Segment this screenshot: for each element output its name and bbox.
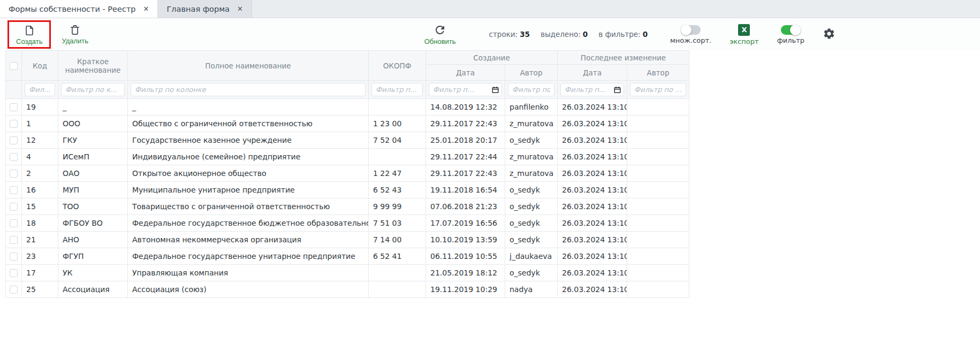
tab-main-form[interactable]: Главная форма ✕ [158,0,252,18]
cell-full-name: Ассоциация (союз) [128,281,369,298]
filter-input-modified-author[interactable] [630,83,686,96]
row-checkbox[interactable] [10,203,18,211]
cell-code: 19 [22,99,58,116]
cell-created-date: 29.11.2017 22:43 [426,165,505,182]
row-checkbox[interactable] [10,286,18,294]
column-header-created-date[interactable]: Дата [426,65,505,81]
cell-modified-author [627,182,689,198]
column-header-okopf[interactable]: ОКОПФ [369,51,426,81]
row-checkbox[interactable] [10,269,18,277]
close-icon[interactable]: ✕ [143,5,149,12]
filter-input-okopf[interactable] [371,83,423,96]
cell-short-name: ФГУП [58,248,128,265]
cell-created-author: o_sedyk [505,265,558,281]
filter-input-full-name[interactable] [131,83,366,96]
table-row[interactable]: 4ИСемПИндивидуальное (семейное) предприя… [6,149,689,165]
table-row[interactable]: 23ФГУПФедеральное государственное унитар… [6,248,689,265]
settings-button[interactable] [823,27,835,42]
cell-modified-author [627,281,689,298]
row-select-cell [6,248,22,265]
cell-okopf [369,99,426,116]
cell-full-name: Федеральное государственное бюджетное об… [128,215,369,232]
cell-modified-author [627,232,689,248]
tab-forms-registry[interactable]: Формы собственности - Реестр ✕ [0,0,158,18]
cell-short-name: ИСемП [58,149,128,165]
table-row[interactable]: 15ТООТоварищество с ограниченной ответст… [6,198,689,215]
create-button[interactable]: Создать [13,24,45,46]
highlight-box: Создать [7,20,51,49]
column-header-short-name[interactable]: Краткое наименование [58,51,128,81]
cell-full-name: Федеральное государственное унитарное пр… [128,248,369,265]
calendar-icon[interactable] [491,86,499,94]
filter-toggle[interactable]: фильтр [777,25,804,44]
refresh-button[interactable]: Обновить [421,22,459,46]
cell-modified-date: 26.03.2024 13:10 [558,265,627,281]
cell-full-name: _ [128,99,369,116]
group-header-last-change: Последнее изменение [558,51,689,65]
cell-okopf [369,281,426,298]
column-header-modified-date[interactable]: Дата [558,65,627,81]
column-header-modified-author[interactable]: Автор [627,65,689,81]
filter-toggle-label: фильтр [777,37,804,44]
table-row[interactable]: 1ООООбщество с ограниченной ответственно… [6,116,689,132]
cell-modified-author [627,265,689,281]
rows-count: строки:35 [489,30,530,39]
column-header-code[interactable]: Код [22,51,58,81]
row-checkbox[interactable] [10,170,18,178]
cell-created-date: 25.01.2018 20:17 [426,132,505,149]
toggle-on-icon[interactable] [781,25,800,35]
cell-created-author: o_sedyk [505,198,558,215]
cell-created-date: 06.11.2019 10:55 [426,248,505,265]
cell-okopf [369,149,426,165]
cell-okopf: 9 99 99 [369,198,426,215]
filter-input-code[interactable] [25,83,55,96]
row-checkbox[interactable] [10,219,18,227]
trash-icon [69,24,81,36]
table-row[interactable]: 12ГКУГосударственное казенное учреждение… [6,132,689,149]
multisort-toggle[interactable]: множ.сорт. [670,25,711,44]
cell-okopf: 6 52 41 [369,248,426,265]
cell-modified-author [627,149,689,165]
cell-modified-date: 26.03.2024 13:10 [558,99,627,116]
row-checkbox[interactable] [10,136,18,144]
close-icon[interactable]: ✕ [237,5,243,12]
table-row[interactable]: 2ОАООткрытое акционерное общество1 22 47… [6,165,689,182]
row-checkbox[interactable] [10,103,18,111]
cell-full-name: Автономная некоммерческая организация [128,232,369,248]
export-button[interactable]: X экспорт [730,24,758,45]
row-checkbox[interactable] [10,186,18,194]
column-header-created-author[interactable]: Автор [505,65,558,81]
toggle-off-icon[interactable] [681,25,701,35]
filter-input-created-author[interactable] [508,83,554,96]
delete-button[interactable]: Удалить [58,23,92,45]
cell-code: 18 [22,215,58,232]
multisort-label: множ.сорт. [670,37,711,44]
select-all-checkbox[interactable] [10,62,18,70]
table-row[interactable]: 21АНОАвтономная некоммерческая организац… [6,232,689,248]
cell-created-author: panfilenko [505,99,558,116]
cell-full-name: Государственное казенное учреждение [128,132,369,149]
table-row[interactable]: 25АссоциацияАссоциация (союз)19.11.2019 … [6,281,689,298]
row-checkbox[interactable] [10,236,18,244]
column-header-full-name[interactable]: Полное наименование [128,51,369,81]
cell-full-name: Муниципальное унитарное предприятие [128,182,369,198]
table-row[interactable]: 18ФГБОУ ВОФедеральное государственное бю… [6,215,689,232]
row-checkbox[interactable] [10,252,18,261]
cell-code: 25 [22,281,58,298]
tab-label: Формы собственности - Реестр [9,5,136,13]
cell-okopf: 1 23 00 [369,116,426,132]
table-row[interactable]: 16МУПМуниципальное унитарное предприятие… [6,182,689,198]
filter-input-short-name[interactable] [61,83,125,96]
refresh-icon [434,24,446,36]
calendar-icon[interactable] [613,86,621,94]
row-checkbox[interactable] [10,120,18,128]
table-row[interactable]: 19__14.08.2019 12:32panfilenko26.03.2024… [6,99,689,116]
row-select-cell [6,182,22,198]
row-checkbox[interactable] [10,153,18,161]
cell-code: 12 [22,132,58,149]
cell-okopf: 1 22 47 [369,165,426,182]
table-row[interactable]: 17УКУправляющая компания21.05.2019 18:12… [6,265,689,281]
row-select-cell [6,165,22,182]
cell-created-date: 21.05.2019 18:12 [426,265,505,281]
cell-short-name: АНО [58,232,128,248]
